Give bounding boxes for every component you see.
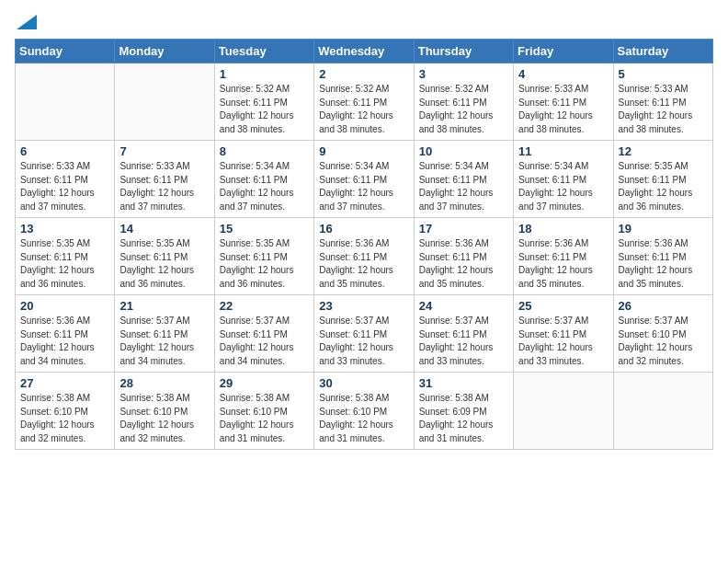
- day-info: Sunrise: 5:34 AMSunset: 6:11 PMDaylight:…: [319, 160, 408, 213]
- day-number: 25: [518, 299, 608, 313]
- day-number: 5: [619, 67, 708, 81]
- day-info: Sunrise: 5:32 AMSunset: 6:11 PMDaylight:…: [220, 83, 309, 136]
- day-info: Sunrise: 5:33 AMSunset: 6:11 PMDaylight:…: [619, 83, 708, 136]
- logo-icon: [17, 15, 37, 29]
- day-info: Sunrise: 5:34 AMSunset: 6:11 PMDaylight:…: [419, 160, 508, 213]
- page-header: [15, 15, 713, 29]
- day-number: 2: [319, 67, 408, 81]
- day-info: Sunrise: 5:35 AMSunset: 6:11 PMDaylight:…: [119, 237, 209, 291]
- day-info: Sunrise: 5:35 AMSunset: 6:11 PMDaylight:…: [20, 237, 109, 291]
- day-cell: 19Sunrise: 5:36 AMSunset: 6:11 PMDayligh…: [613, 218, 712, 295]
- weekday-header-wednesday: Wednesday: [314, 40, 414, 63]
- day-number: 11: [518, 144, 608, 158]
- day-number: 30: [319, 376, 408, 390]
- day-number: 13: [20, 222, 109, 236]
- day-number: 27: [20, 376, 109, 390]
- day-info: Sunrise: 5:36 AMSunset: 6:11 PMDaylight:…: [319, 237, 408, 291]
- day-cell: 13Sunrise: 5:35 AMSunset: 6:11 PMDayligh…: [16, 218, 115, 295]
- day-info: Sunrise: 5:38 AMSunset: 6:10 PMDaylight:…: [119, 392, 209, 445]
- day-cell: [613, 373, 712, 450]
- day-info: Sunrise: 5:33 AMSunset: 6:11 PMDaylight:…: [518, 83, 608, 136]
- day-cell: 16Sunrise: 5:36 AMSunset: 6:11 PMDayligh…: [314, 218, 414, 295]
- day-cell: 2Sunrise: 5:32 AMSunset: 6:11 PMDaylight…: [314, 63, 414, 141]
- day-info: Sunrise: 5:32 AMSunset: 6:11 PMDaylight:…: [419, 83, 508, 136]
- day-cell: 10Sunrise: 5:34 AMSunset: 6:11 PMDayligh…: [414, 141, 513, 218]
- weekday-header-row: SundayMondayTuesdayWednesdayThursdayFrid…: [16, 40, 713, 63]
- day-cell: 30Sunrise: 5:38 AMSunset: 6:10 PMDayligh…: [314, 373, 414, 450]
- day-info: Sunrise: 5:36 AMSunset: 6:11 PMDaylight:…: [419, 237, 508, 291]
- day-cell: 17Sunrise: 5:36 AMSunset: 6:11 PMDayligh…: [414, 218, 513, 295]
- calendar: SundayMondayTuesdayWednesdayThursdayFrid…: [15, 39, 713, 450]
- day-cell: [16, 63, 115, 141]
- day-cell: 3Sunrise: 5:32 AMSunset: 6:11 PMDaylight…: [414, 63, 513, 141]
- day-info: Sunrise: 5:35 AMSunset: 6:11 PMDaylight:…: [220, 237, 309, 291]
- day-number: 10: [419, 144, 508, 158]
- weekday-header-thursday: Thursday: [414, 40, 513, 63]
- day-cell: 31Sunrise: 5:38 AMSunset: 6:09 PMDayligh…: [414, 373, 513, 450]
- day-info: Sunrise: 5:37 AMSunset: 6:11 PMDaylight:…: [518, 315, 608, 368]
- day-info: Sunrise: 5:37 AMSunset: 6:10 PMDaylight:…: [619, 315, 708, 368]
- day-number: 4: [518, 67, 608, 81]
- weekday-header-sunday: Sunday: [16, 40, 115, 63]
- day-cell: 26Sunrise: 5:37 AMSunset: 6:10 PMDayligh…: [613, 295, 712, 373]
- day-info: Sunrise: 5:36 AMSunset: 6:11 PMDaylight:…: [619, 237, 708, 291]
- day-cell: 4Sunrise: 5:33 AMSunset: 6:11 PMDaylight…: [514, 63, 613, 141]
- weekday-header-friday: Friday: [514, 40, 613, 63]
- day-number: 6: [20, 144, 109, 158]
- day-info: Sunrise: 5:38 AMSunset: 6:10 PMDaylight:…: [319, 392, 408, 445]
- day-cell: 6Sunrise: 5:33 AMSunset: 6:11 PMDaylight…: [16, 141, 115, 218]
- day-cell: 1Sunrise: 5:32 AMSunset: 6:11 PMDaylight…: [214, 63, 313, 141]
- day-cell: [514, 373, 613, 450]
- weekday-header-monday: Monday: [115, 40, 214, 63]
- day-cell: 29Sunrise: 5:38 AMSunset: 6:10 PMDayligh…: [214, 373, 313, 450]
- day-cell: 27Sunrise: 5:38 AMSunset: 6:10 PMDayligh…: [16, 373, 115, 450]
- day-cell: 12Sunrise: 5:35 AMSunset: 6:11 PMDayligh…: [613, 141, 712, 218]
- day-number: 1: [220, 67, 309, 81]
- day-number: 29: [220, 376, 309, 390]
- day-number: 7: [119, 144, 209, 158]
- day-cell: 22Sunrise: 5:37 AMSunset: 6:11 PMDayligh…: [214, 295, 313, 373]
- day-info: Sunrise: 5:32 AMSunset: 6:11 PMDaylight:…: [319, 83, 408, 136]
- day-number: 8: [220, 144, 309, 158]
- day-number: 22: [220, 299, 309, 313]
- day-cell: 23Sunrise: 5:37 AMSunset: 6:11 PMDayligh…: [314, 295, 414, 373]
- day-cell: 14Sunrise: 5:35 AMSunset: 6:11 PMDayligh…: [115, 218, 214, 295]
- day-cell: 9Sunrise: 5:34 AMSunset: 6:11 PMDaylight…: [314, 141, 414, 218]
- day-info: Sunrise: 5:38 AMSunset: 6:10 PMDaylight:…: [20, 392, 109, 445]
- day-info: Sunrise: 5:38 AMSunset: 6:09 PMDaylight:…: [419, 392, 508, 445]
- day-info: Sunrise: 5:36 AMSunset: 6:11 PMDaylight:…: [20, 315, 109, 368]
- day-number: 18: [518, 222, 608, 236]
- day-info: Sunrise: 5:37 AMSunset: 6:11 PMDaylight:…: [419, 315, 508, 368]
- week-row-2: 6Sunrise: 5:33 AMSunset: 6:11 PMDaylight…: [16, 141, 713, 218]
- day-cell: 11Sunrise: 5:34 AMSunset: 6:11 PMDayligh…: [514, 141, 613, 218]
- day-info: Sunrise: 5:34 AMSunset: 6:11 PMDaylight:…: [220, 160, 309, 213]
- day-number: 20: [20, 299, 109, 313]
- week-row-3: 13Sunrise: 5:35 AMSunset: 6:11 PMDayligh…: [16, 218, 713, 295]
- day-cell: 20Sunrise: 5:36 AMSunset: 6:11 PMDayligh…: [16, 295, 115, 373]
- day-cell: 7Sunrise: 5:33 AMSunset: 6:11 PMDaylight…: [115, 141, 214, 218]
- weekday-header-saturday: Saturday: [613, 40, 712, 63]
- day-number: 15: [220, 222, 309, 236]
- day-cell: 5Sunrise: 5:33 AMSunset: 6:11 PMDaylight…: [613, 63, 712, 141]
- day-info: Sunrise: 5:37 AMSunset: 6:11 PMDaylight:…: [319, 315, 408, 368]
- day-info: Sunrise: 5:33 AMSunset: 6:11 PMDaylight:…: [119, 160, 209, 213]
- day-info: Sunrise: 5:34 AMSunset: 6:11 PMDaylight:…: [518, 160, 608, 213]
- day-cell: 25Sunrise: 5:37 AMSunset: 6:11 PMDayligh…: [514, 295, 613, 373]
- day-number: 12: [619, 144, 708, 158]
- day-info: Sunrise: 5:36 AMSunset: 6:11 PMDaylight:…: [518, 237, 608, 291]
- day-number: 28: [119, 376, 209, 390]
- day-info: Sunrise: 5:37 AMSunset: 6:11 PMDaylight:…: [220, 315, 309, 368]
- day-cell: 21Sunrise: 5:37 AMSunset: 6:11 PMDayligh…: [115, 295, 214, 373]
- logo: [15, 15, 37, 29]
- day-info: Sunrise: 5:37 AMSunset: 6:11 PMDaylight:…: [119, 315, 209, 368]
- day-number: 21: [119, 299, 209, 313]
- day-number: 24: [419, 299, 508, 313]
- day-number: 26: [619, 299, 708, 313]
- week-row-4: 20Sunrise: 5:36 AMSunset: 6:11 PMDayligh…: [16, 295, 713, 373]
- day-cell: 8Sunrise: 5:34 AMSunset: 6:11 PMDaylight…: [214, 141, 313, 218]
- day-cell: 18Sunrise: 5:36 AMSunset: 6:11 PMDayligh…: [514, 218, 613, 295]
- day-number: 14: [119, 222, 209, 236]
- day-number: 16: [319, 222, 408, 236]
- day-number: 31: [419, 376, 508, 390]
- day-cell: 28Sunrise: 5:38 AMSunset: 6:10 PMDayligh…: [115, 373, 214, 450]
